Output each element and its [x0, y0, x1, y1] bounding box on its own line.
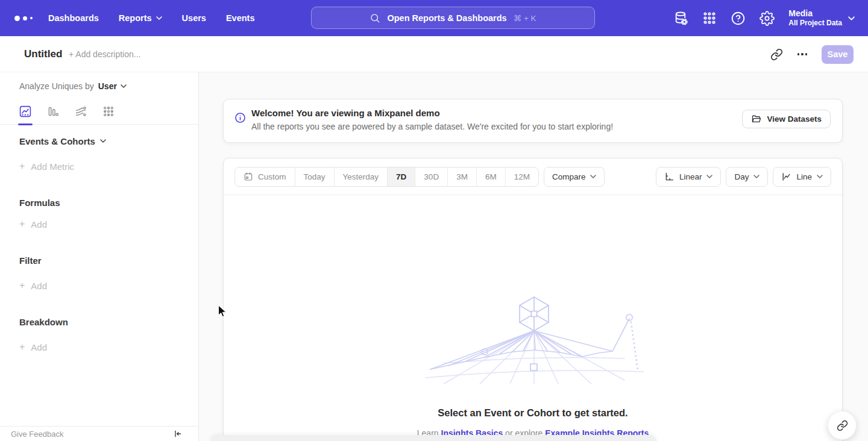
mixpanel-logo[interactable]	[14, 0, 33, 36]
range-3m[interactable]: 3M	[447, 167, 476, 186]
scale-dropdown[interactable]: Linear	[656, 167, 722, 187]
welcome-banner: Welcome! You are viewing a Mixpanel demo…	[223, 99, 843, 143]
chevron-down-icon	[848, 16, 855, 20]
insights-report-card: Custom Today Yesterday 7D 30D 3M 6M 12M …	[223, 158, 843, 441]
report-header: Untitled + Add description... Save	[0, 36, 868, 72]
share-link-fab[interactable]	[828, 411, 857, 440]
analyze-label: Analyze Uniques by	[19, 81, 94, 91]
range-6m[interactable]: 6M	[476, 167, 505, 186]
line-chart-icon	[781, 172, 791, 182]
nav-users[interactable]: Users	[182, 13, 206, 23]
range-7d[interactable]: 7D	[387, 167, 415, 186]
chevron-down-icon	[121, 84, 127, 88]
collapse-sidebar-button[interactable]	[173, 429, 183, 439]
chart-controls: Custom Today Yesterday 7D 30D 3M 6M 12M …	[224, 158, 842, 195]
plus-icon: +	[19, 281, 25, 290]
banner-body: All the reports you see are powered by a…	[251, 122, 613, 131]
section-breakdown: Breakdown	[19, 316, 68, 328]
chevron-down-icon	[590, 175, 596, 178]
sidebar-footer: Give Feedback	[0, 426, 198, 441]
primary-nav: Dashboards Reports Users Events	[48, 0, 254, 36]
project-switcher[interactable]: Media All Project Data	[788, 8, 855, 28]
query-builder-sidebar: Analyze Uniques by User	[0, 72, 199, 441]
top-nav: Dashboards Reports Users Events Open Rep…	[0, 0, 868, 36]
compare-button[interactable]: Compare	[544, 167, 605, 187]
chevron-down-icon	[817, 175, 823, 178]
tab-line-chart-icon[interactable]	[19, 99, 31, 125]
add-metric-button[interactable]: + Add Metric	[19, 160, 74, 172]
collapse-left-icon	[173, 429, 183, 439]
date-range-segmented-control: Custom Today Yesterday 7D 30D 3M 6M 12M	[234, 167, 539, 187]
range-12m[interactable]: 12M	[505, 167, 538, 186]
range-today[interactable]: Today	[295, 167, 334, 186]
analyze-value-dropdown[interactable]: User	[98, 81, 127, 91]
chevron-down-icon	[156, 16, 162, 20]
give-feedback-link[interactable]: Give Feedback	[11, 430, 63, 439]
info-icon	[234, 112, 246, 124]
project-subtitle: All Project Data	[788, 19, 842, 28]
project-name: Media	[788, 8, 842, 19]
apps-grid-icon[interactable]	[702, 11, 717, 25]
main-content: Welcome! You are viewing a Mixpanel demo…	[199, 72, 868, 441]
chevron-down-icon	[100, 139, 106, 143]
link-icon	[837, 420, 848, 431]
ellipsis-icon	[797, 53, 808, 55]
analyze-uniques-row: Analyze Uniques by User	[19, 80, 127, 92]
empty-chart-area: Select an Event or Cohort to get started…	[224, 195, 842, 441]
tab-flow-icon[interactable]	[75, 99, 87, 125]
bottom-panel-peek[interactable]	[210, 435, 657, 441]
plus-icon: +	[19, 219, 25, 229]
plus-icon: +	[19, 161, 25, 171]
report-description-placeholder[interactable]: + Add description...	[69, 36, 140, 72]
plus-icon: +	[19, 342, 25, 352]
add-formula-button[interactable]: + Add	[19, 218, 47, 230]
search-icon	[370, 13, 380, 23]
banner-title: Welcome! You are viewing a Mixpanel demo	[251, 108, 613, 118]
global-search[interactable]: Open Reports & Dashboards ⌘ + K	[311, 7, 595, 29]
add-filter-button[interactable]: + Add	[19, 280, 47, 292]
report-title[interactable]: Untitled	[24, 36, 62, 72]
search-placeholder: Open Reports & Dashboards	[387, 13, 506, 23]
chart-display-controls: Linear Day Line	[656, 167, 831, 187]
search-shortcut: ⌘ + K	[514, 13, 536, 23]
empty-state-illustration	[420, 293, 649, 384]
calendar-icon	[244, 172, 253, 181]
chevron-down-icon	[706, 175, 712, 178]
chevron-down-icon	[753, 175, 760, 178]
link-icon	[770, 48, 783, 61]
interval-dropdown[interactable]: Day	[726, 167, 768, 187]
empty-state-title: Select an Event or Cohort to get started…	[224, 407, 842, 419]
linear-axis-icon	[664, 172, 675, 182]
view-datasets-button[interactable]: View Datasets	[742, 110, 831, 128]
range-custom[interactable]: Custom	[235, 167, 295, 186]
settings-gear-icon[interactable]	[760, 11, 775, 26]
tab-bar-chart-icon[interactable]	[47, 99, 59, 125]
chart-type-tabs	[0, 99, 198, 125]
section-filter: Filter	[19, 254, 42, 266]
section-formulas: Formulas	[19, 196, 60, 208]
data-management-icon[interactable]	[673, 11, 688, 26]
section-events-cohorts[interactable]: Events & Cohorts	[19, 135, 106, 147]
nav-dashboards[interactable]: Dashboards	[48, 13, 99, 23]
save-button[interactable]: Save	[822, 45, 854, 64]
chart-type-dropdown[interactable]: Line	[773, 167, 831, 187]
mixpanel-insights-app: Dashboards Reports Users Events Open Rep…	[0, 0, 868, 441]
nav-right-cluster: Media All Project Data	[673, 0, 855, 36]
tab-metrics-grid-icon[interactable]	[102, 99, 115, 125]
range-30d[interactable]: 30D	[415, 167, 447, 186]
help-icon[interactable]	[731, 11, 746, 26]
nav-events[interactable]: Events	[226, 13, 255, 23]
range-yesterday[interactable]: Yesterday	[334, 167, 388, 186]
add-breakdown-button[interactable]: + Add	[19, 341, 47, 353]
nav-reports[interactable]: Reports	[119, 13, 162, 23]
banner-texts: Welcome! You are viewing a Mixpanel demo…	[251, 108, 613, 131]
copy-link-button[interactable]	[770, 48, 783, 61]
folder-icon	[751, 114, 761, 124]
report-actions: Save	[770, 36, 854, 72]
more-options-button[interactable]	[797, 53, 808, 55]
